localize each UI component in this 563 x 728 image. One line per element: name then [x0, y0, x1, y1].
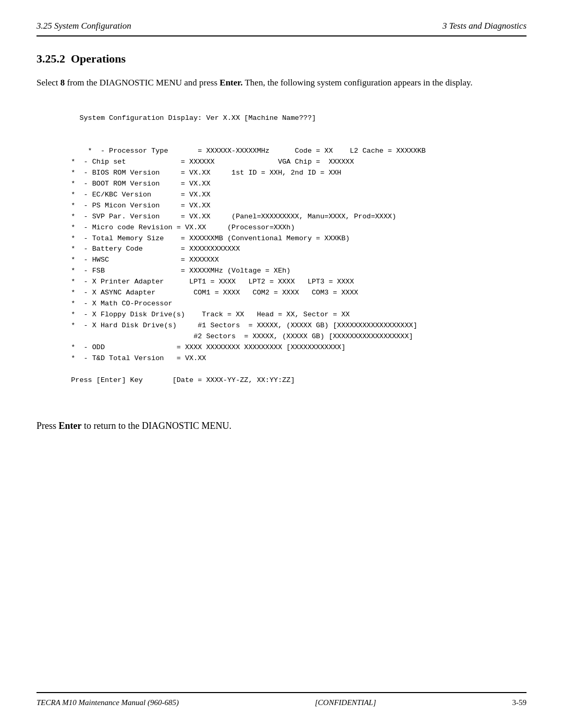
- code-lines: * - Processor Type = XXXXXX-XXXXXMHz Cod…: [63, 147, 426, 384]
- intro-text-start: Select: [36, 78, 60, 88]
- code-line: #2 Sectors = XXXXX, (XXXXX GB) [XXXXXXXX…: [63, 332, 413, 340]
- page-header: 3.25 System Configuration 3 Tests and Di…: [36, 21, 527, 36]
- code-line: * - ODD = XXXX XXXXXXXX XXXXXXXXX [XXXXX…: [63, 343, 346, 351]
- section-title: 3.25.2 Operations: [36, 52, 527, 66]
- code-line: * - Micro code Revision = VX.XX (Process…: [63, 224, 295, 231]
- code-line: * - Processor Type = XXXXXX-XXXXXMHz Cod…: [79, 147, 425, 155]
- code-line: * - X Printer Adapter LPT1 = XXXX LPT2 =…: [63, 278, 354, 286]
- code-line: * - X Hard Disk Drive(s) #1 Sectors = XX…: [63, 322, 418, 329]
- press-enter-end: to return to the DIAGNOSTIC MENU.: [82, 421, 231, 431]
- intro-bold2: Enter.: [219, 78, 242, 88]
- footer-manual-name: TECRA M10 Maintenance Manual (960-685): [36, 698, 179, 707]
- press-enter-start: Press: [36, 421, 59, 431]
- footer-confidential: [CONFIDENTIAL]: [315, 698, 376, 707]
- code-line: * - Total Memory Size = XXXXXXMB (Conven…: [63, 235, 350, 242]
- footer-page-number: 3-59: [512, 698, 527, 707]
- code-line: * - X ASYNC Adapter COM1 = XXXX COM2 = X…: [63, 289, 358, 297]
- code-line: Press [Enter] Key [Date = XXXX-YY-ZZ, XX…: [63, 376, 295, 384]
- page: 3.25 System Configuration 3 Tests and Di…: [0, 0, 563, 728]
- code-line: * - Battery Code = XXXXXXXXXXXX: [63, 245, 240, 253]
- code-block: System Configuration Display: Ver X.XX […: [63, 103, 527, 408]
- header-right: 3 Tests and Diagnostics: [443, 21, 527, 31]
- code-line: * - FSB = XXXXXMHz (Voltage = XEh): [63, 267, 290, 275]
- code-display-line: System Configuration Display: Ver X.XX […: [79, 114, 316, 122]
- code-line: * - T&D Total Version = VX.XX: [63, 354, 206, 362]
- code-line: * - SVP Par. Version = VX.XX (Panel=XXXX…: [63, 213, 396, 220]
- code-line: * - X Floppy Disk Drive(s) Track = XX He…: [63, 311, 350, 318]
- page-footer: TECRA M10 Maintenance Manual (960-685) […: [36, 692, 527, 707]
- intro-text-middle: from the DIAGNOSTIC MENU and press: [65, 78, 219, 88]
- intro-text-end: Then, the following system configuration…: [243, 78, 473, 88]
- code-line: * - PS Micon Version = VX.XX: [63, 202, 211, 209]
- code-line: * - EC/KBC Version = VX.XX: [63, 191, 211, 199]
- code-line: * - X Math CO-Processor: [63, 300, 173, 307]
- intro-paragraph: Select 8 from the DIAGNOSTIC MENU and pr…: [36, 76, 527, 90]
- header-left: 3.25 System Configuration: [36, 21, 131, 31]
- code-line: * - HWSC = XXXXXXX: [63, 256, 219, 264]
- code-line: * - BIOS ROM Version = VX.XX 1st ID = XX…: [63, 169, 341, 177]
- press-enter-bold: Enter: [59, 421, 82, 431]
- code-line: * - BOOT ROM Version = VX.XX: [63, 180, 211, 188]
- press-enter-paragraph: Press Enter to return to the DIAGNOSTIC …: [36, 421, 527, 431]
- code-line: * - Chip set = XXXXXX VGA Chip = XXXXXX: [63, 158, 354, 166]
